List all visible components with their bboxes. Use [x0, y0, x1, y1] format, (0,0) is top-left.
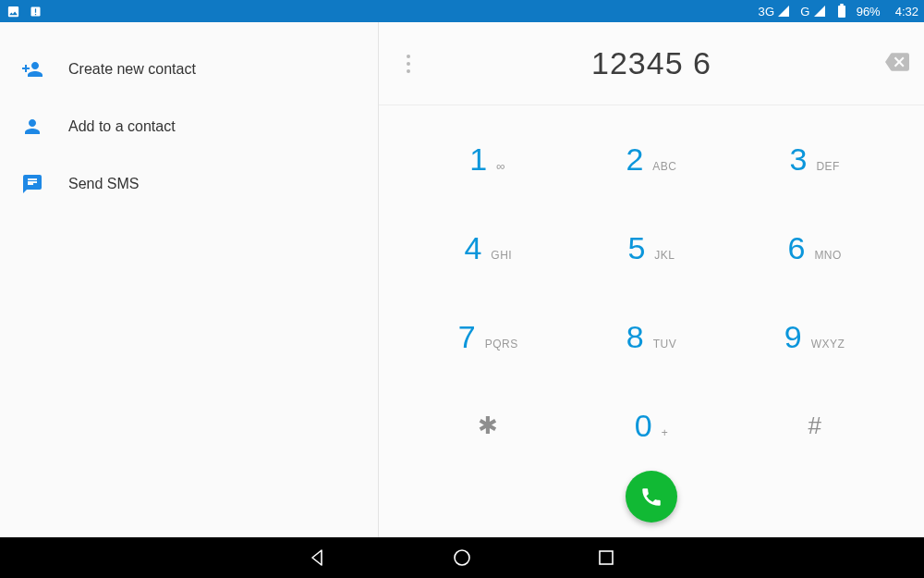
key-8[interactable]: 8TUV: [570, 293, 734, 382]
key-2[interactable]: 2ABC: [570, 115, 734, 203]
sms-icon: [20, 172, 44, 196]
create-new-contact-label: Create new contact: [68, 61, 196, 78]
dialer-panel: 12345 6 1∞ 2ABC 3DEF 4GHI 5JKL 6MNO 7PQR…: [379, 22, 924, 537]
svg-rect-1: [34, 8, 35, 12]
send-sms-label: Send SMS: [68, 176, 139, 192]
svg-point-3: [455, 550, 469, 565]
alert-notification-icon: [28, 4, 43, 18]
add-to-contact-label: Add to a contact: [68, 118, 176, 135]
system-nav-bar: [0, 537, 924, 578]
svg-rect-2: [34, 14, 35, 15]
key-0[interactable]: 0+: [570, 382, 734, 471]
key-1[interactable]: 1∞: [407, 115, 570, 203]
dial-display-row: 12345 6: [379, 22, 924, 105]
key-hash[interactable]: #: [733, 382, 896, 471]
signal-2-icon: [814, 6, 825, 17]
key-star[interactable]: ✱: [407, 382, 570, 471]
battery-percent: 96%: [857, 5, 881, 18]
battery-icon: [838, 6, 845, 18]
add-person-icon: [20, 57, 44, 81]
typed-number: 12345 6: [591, 45, 711, 81]
svg-rect-4: [600, 551, 613, 564]
voicemail-icon: ∞: [496, 159, 506, 173]
signal-1-icon: [778, 6, 789, 17]
network-1-label: 3G: [759, 5, 775, 18]
create-new-contact-item[interactable]: Create new contact: [0, 41, 378, 98]
add-to-contact-item[interactable]: Add to a contact: [0, 98, 378, 155]
person-icon: [20, 115, 44, 139]
call-button[interactable]: [626, 471, 677, 523]
key-6[interactable]: 6MNO: [733, 203, 896, 292]
home-button[interactable]: [450, 546, 474, 570]
network-2-label: G: [800, 5, 809, 18]
key-7[interactable]: 7PQRS: [407, 293, 570, 382]
backspace-button[interactable]: [885, 50, 909, 78]
key-3[interactable]: 3DEF: [733, 115, 896, 203]
clock: 4:32: [895, 5, 918, 18]
image-notification-icon: [6, 4, 20, 18]
key-5[interactable]: 5JKL: [570, 203, 734, 292]
send-sms-item[interactable]: Send SMS: [0, 155, 378, 213]
back-button[interactable]: [306, 546, 330, 570]
keypad: 1∞ 2ABC 3DEF 4GHI 5JKL 6MNO 7PQRS 8TUV 9…: [379, 105, 924, 471]
status-bar: 3G G 96% 4:32: [0, 0, 924, 22]
recents-button[interactable]: [594, 546, 618, 570]
suggestion-panel: Create new contact Add to a contact Send…: [0, 22, 379, 537]
overflow-menu-button[interactable]: [394, 45, 423, 82]
key-4[interactable]: 4GHI: [407, 203, 570, 292]
key-9[interactable]: 9WXYZ: [733, 293, 896, 382]
